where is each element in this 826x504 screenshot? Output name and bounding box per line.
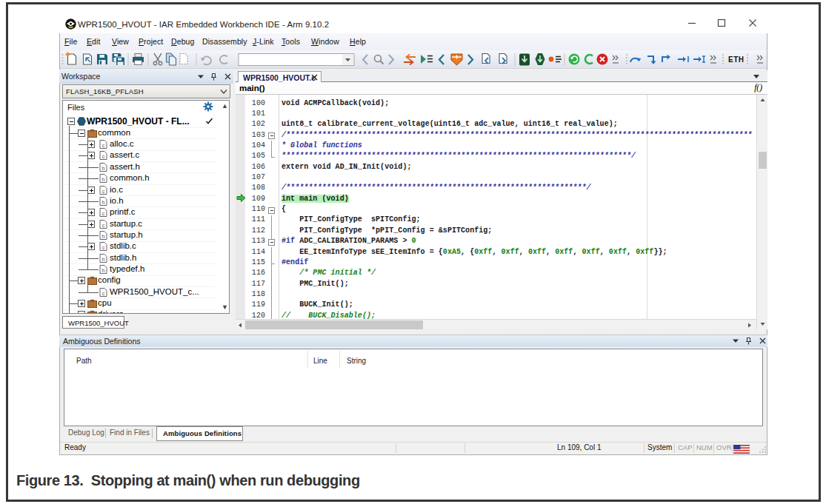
svg-text:c: c: [102, 188, 105, 193]
svg-text:h: h: [102, 199, 105, 204]
svg-text:c: c: [102, 143, 105, 148]
svg-text:h: h: [102, 233, 105, 238]
svg-text:c: c: [102, 154, 105, 159]
svg-text:h: h: [102, 267, 105, 272]
svg-text:ETH: ETH: [728, 56, 745, 64]
svg-text:c: c: [102, 245, 105, 250]
svg-text:h: h: [102, 165, 105, 170]
svg-text:c: c: [102, 290, 105, 295]
svg-text:h: h: [102, 177, 105, 182]
svg-text:c: c: [102, 222, 105, 227]
svg-text:h: h: [102, 256, 105, 261]
svg-text:c: c: [102, 211, 105, 216]
